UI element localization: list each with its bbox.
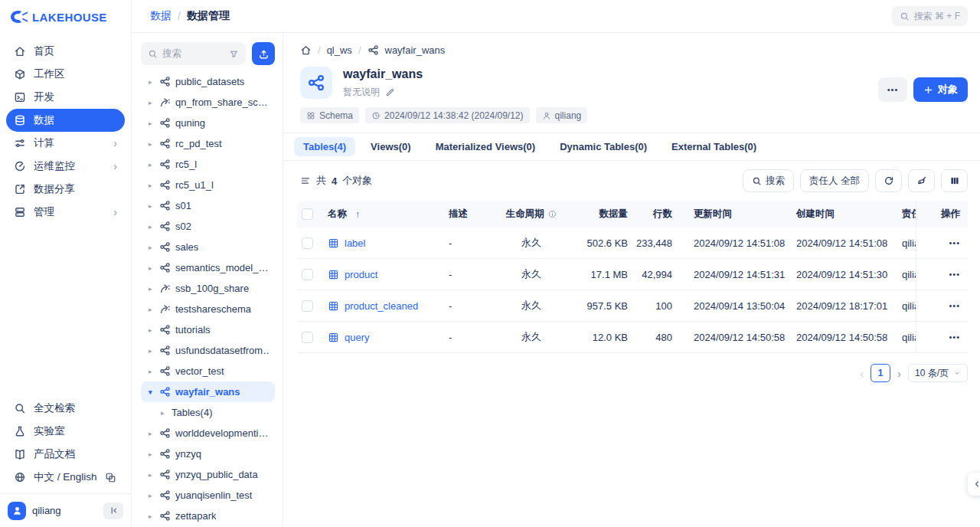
tree-expander-icon[interactable]: ▸ <box>149 512 155 520</box>
tree-expander-icon[interactable]: ▸ <box>149 78 155 86</box>
tree-item[interactable]: ▸ ssb_100g_share <box>141 278 275 299</box>
select-all-checkbox[interactable] <box>302 208 313 220</box>
create-object-button[interactable]: 对象 <box>913 77 968 102</box>
tree-expander-icon[interactable]: ▸ <box>149 450 155 458</box>
tree-item[interactable]: ▸ ynzyq_public_data <box>141 464 275 485</box>
global-search-button[interactable]: 搜索 ⌘ + F <box>892 6 968 26</box>
tree-expander-icon[interactable]: ▸ <box>149 347 155 355</box>
sidebar-collapse-button[interactable] <box>103 502 123 519</box>
row-actions-button[interactable]: ••• <box>949 332 960 342</box>
sidebar-item-develop[interactable]: 开发 <box>6 86 125 109</box>
next-page-button[interactable]: › <box>897 367 901 380</box>
tree-expander-icon[interactable]: ▸ <box>149 161 155 169</box>
sidebar-item-language[interactable]: 中文 / English <box>6 466 125 489</box>
sidebar-item-admin[interactable]: 管理 › <box>6 201 125 224</box>
table-name-link[interactable]: product <box>345 269 377 280</box>
tab-tables[interactable]: Tables(4) <box>294 137 355 156</box>
tab-views[interactable]: Views(0) <box>361 137 420 156</box>
tree-expander-icon[interactable]: ▸ <box>149 471 155 479</box>
page-size-select[interactable]: 10 条/页 <box>908 364 968 382</box>
row-actions-button[interactable]: ••• <box>949 270 960 279</box>
tab-dynamic-tables[interactable]: Dynamic Tables(0) <box>550 137 656 156</box>
tree-expander-icon[interactable]: ▾ <box>149 388 155 396</box>
tree-item[interactable]: ▸ public_datasets <box>141 71 275 92</box>
page-number[interactable]: 1 <box>871 364 890 382</box>
tree-expander-icon[interactable]: ▸ <box>149 430 155 437</box>
tree-item[interactable]: ▸ qn_from_share_sc… <box>141 92 275 113</box>
tree-item[interactable]: ▸ rc_pd_test <box>141 133 275 154</box>
tree-search-input[interactable]: 搜索 <box>141 42 246 65</box>
tree-expander-icon[interactable]: ▸ <box>149 119 155 127</box>
tree-item[interactable]: ▸ quning <box>141 113 275 133</box>
tree-item[interactable]: ▸ s02 <box>141 216 275 237</box>
row-checkbox[interactable] <box>302 332 313 343</box>
columns-icon <box>949 175 960 186</box>
upload-button[interactable] <box>252 42 275 65</box>
owner-filter-button[interactable]: 责任人 全部 <box>800 169 869 192</box>
breadcrumb-section[interactable]: 数据 <box>150 9 172 23</box>
sidebar-item-share[interactable]: 数据分享 <box>6 178 125 201</box>
tree-expander-icon[interactable]: ▸ <box>149 492 155 499</box>
column-settings-button[interactable] <box>941 169 968 192</box>
chevron-right-icon: › <box>113 161 117 172</box>
tree-item[interactable]: ▸ usfundsdatasetfrom… <box>141 340 275 361</box>
tree-item[interactable]: ▸ semantics_model_… <box>141 257 275 278</box>
tree-item[interactable]: ▸ rc5_l <box>141 154 275 175</box>
header-name[interactable]: 名称 ↑ <box>328 208 449 221</box>
tree-item[interactable]: ▸ s01 <box>141 195 275 216</box>
table-name-link[interactable]: product_cleaned <box>345 300 418 312</box>
row-checkbox[interactable] <box>302 300 313 312</box>
tree-expander-icon[interactable]: ▸ <box>149 285 155 293</box>
tree-expander-icon[interactable]: ▸ <box>149 223 155 231</box>
tree-expander-icon[interactable]: ▸ <box>149 202 155 210</box>
tree-item[interactable]: ▸ worlddevelopmenti… <box>141 423 275 444</box>
tree-item[interactable]: ▸ tutorials <box>141 319 275 340</box>
tree-expander-icon[interactable]: ▸ <box>149 182 155 189</box>
tab-materialized-views[interactable]: Materialized Views(0) <box>426 137 545 156</box>
prev-page-button[interactable]: ‹ <box>860 367 864 380</box>
row-actions-button[interactable]: ••• <box>949 301 960 310</box>
table-search-button[interactable]: 搜索 <box>743 169 794 192</box>
panel-expand-handle[interactable] <box>968 473 980 496</box>
refresh-button[interactable] <box>875 169 902 192</box>
home-icon[interactable] <box>300 44 312 56</box>
tree-expander-icon[interactable]: ▸ <box>149 99 155 106</box>
tree-expander-icon[interactable]: ▸ <box>149 368 155 375</box>
tree-item[interactable]: ▸ testshareschema <box>141 299 275 319</box>
clear-button[interactable] <box>908 169 935 192</box>
table-name-link[interactable]: label <box>345 237 365 249</box>
tree-item[interactable]: ▸ vector_test <box>141 361 275 381</box>
sidebar-item-docs[interactable]: 产品文档 <box>6 443 125 466</box>
row-actions-button[interactable]: ••• <box>949 238 960 247</box>
tree-item[interactable]: ▸ yuanqisenlin_test <box>141 485 275 506</box>
sidebar-item-lab[interactable]: 实验室 <box>6 420 125 443</box>
tree-item[interactable]: ▸ sales <box>141 237 275 257</box>
more-actions-button[interactable]: ••• <box>878 77 907 102</box>
tree-expander-icon[interactable]: ▸ <box>149 326 155 334</box>
sidebar-item-data[interactable]: 数据 <box>6 109 125 132</box>
tree-expander-icon[interactable]: ▸ <box>149 306 155 313</box>
tree-expander-icon[interactable]: ▸ <box>149 140 155 148</box>
sidebar-item-home[interactable]: 首页 <box>6 40 125 63</box>
breadcrumb-workspace[interactable]: ql_ws <box>327 44 352 56</box>
tree-expander-icon[interactable]: ▸ <box>149 244 155 251</box>
tree-expander-icon[interactable]: ▸ <box>149 264 155 272</box>
sidebar-item-fulltext-search[interactable]: 全文检索 <box>6 397 125 420</box>
sidebar-item-workspace[interactable]: 工作区 <box>6 63 125 86</box>
tree-expander-icon[interactable]: ▸ <box>161 409 167 417</box>
tree-item[interactable]: ▸ rc5_u1_l <box>141 175 275 195</box>
filter-icon[interactable] <box>229 49 239 59</box>
info-icon[interactable] <box>547 209 557 219</box>
row-checkbox[interactable] <box>302 269 313 280</box>
tab-external-tables[interactable]: External Tables(0) <box>662 137 766 156</box>
table-name-link[interactable]: query <box>345 332 370 343</box>
tree-item[interactable]: ▾ wayfair_wans <box>141 381 275 402</box>
tree-item-label: ssb_100g_share <box>175 283 249 294</box>
tree-item[interactable]: ▸ zettapark <box>141 506 275 526</box>
edit-description-icon[interactable] <box>385 87 395 97</box>
row-checkbox[interactable] <box>302 237 313 249</box>
tree-item[interactable]: ▸ ynzyq <box>141 444 275 464</box>
sidebar-item-compute[interactable]: 计算 › <box>6 132 125 155</box>
tree-item[interactable]: ▸ Tables(4) <box>141 402 275 423</box>
sidebar-item-ops[interactable]: 运维监控 › <box>6 155 125 178</box>
